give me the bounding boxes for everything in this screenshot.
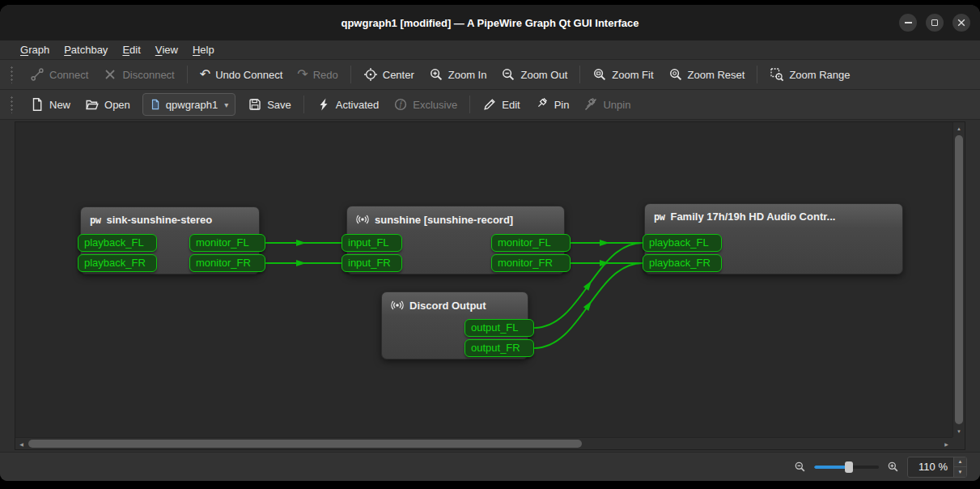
svg-text:f: f (400, 100, 403, 108)
port-playback-fr[interactable]: playback_FR (78, 254, 157, 272)
open-folder-icon (85, 97, 100, 112)
toolbar-separator (187, 66, 188, 83)
menu-view[interactable]: View (148, 40, 185, 59)
port-output-fl[interactable]: output_FL (465, 319, 534, 337)
center-button[interactable]: Center (356, 63, 422, 86)
horizontal-scrollbar[interactable]: ◀ ▶ (15, 437, 952, 449)
spin-down-button[interactable]: ▼ (954, 466, 966, 477)
save-icon (248, 97, 262, 112)
record-icon (356, 213, 369, 226)
node-title: sunshine [sunshine-record] (356, 213, 513, 226)
connections-layer (15, 122, 954, 439)
activated-lightning-icon (316, 97, 331, 112)
zoom-spinbox[interactable]: 110 % ▲ ▼ (907, 457, 967, 478)
unpin-icon (583, 97, 598, 112)
save-button[interactable]: Save (240, 93, 299, 116)
open-button[interactable]: Open (78, 93, 138, 116)
maximize-button[interactable] (926, 14, 944, 32)
menu-edit[interactable]: Edit (115, 40, 147, 59)
statusbar: 110 % ▲ ▼ (0, 452, 980, 481)
menu-patchbay[interactable]: Patchbay (57, 40, 115, 59)
toolbar-separator (579, 66, 580, 83)
pin-button[interactable]: Pin (528, 93, 577, 116)
vertical-scrollbar-thumb[interactable] (955, 135, 963, 424)
new-button[interactable]: New (23, 93, 78, 116)
new-file-icon (30, 97, 45, 112)
zoom-out-button[interactable]: Zoom Out (494, 63, 575, 86)
zoom-out-icon[interactable] (794, 461, 806, 473)
exclusive-icon: f (393, 97, 408, 112)
center-icon (363, 67, 378, 82)
window-title: qpwgraph1 [modified] — A PipeWire Graph … (341, 17, 638, 29)
toolbar-patchbay: New Open qpwgraph1 ▾ Save Activated f Ex… (0, 90, 980, 120)
vertical-scrollbar[interactable]: ▲ ▼ (952, 122, 965, 437)
toolbar-handle[interactable] (10, 96, 15, 113)
connect-button[interactable]: Connect (23, 63, 95, 86)
menu-help[interactable]: Help (185, 40, 222, 59)
pin-icon (535, 97, 549, 112)
zoom-in-button[interactable]: Zoom In (422, 63, 494, 86)
record-icon (391, 299, 404, 312)
port-playback-fr[interactable]: playback_FR (643, 254, 722, 272)
zoom-reset-icon (668, 67, 683, 82)
scroll-right-arrow-icon[interactable]: ▶ (940, 438, 952, 449)
zoom-out-icon (501, 67, 515, 82)
disconnect-icon (103, 67, 117, 82)
port-monitor-fl[interactable]: monitor_FL (491, 234, 571, 252)
redo-icon: ↷ (297, 68, 308, 81)
scroll-up-arrow-icon[interactable]: ▲ (953, 122, 965, 134)
patchbay-file-icon (150, 99, 161, 110)
port-monitor-fr[interactable]: monitor_FR (189, 254, 265, 272)
app-window: qpwgraph1 [modified] — A PipeWire Graph … (0, 5, 980, 481)
patchbay-combo[interactable]: qpwgraph1 ▾ (142, 93, 235, 116)
redo-button[interactable]: ↷ Redo (290, 63, 345, 86)
port-output-fr[interactable]: output_FR (465, 339, 534, 357)
connect-icon (30, 67, 45, 82)
minimize-button[interactable] (899, 14, 917, 32)
graph-canvas-frame: pw sink-sunshine-stereo playback_FL play… (15, 121, 965, 450)
port-playback-fl[interactable]: playback_FL (643, 234, 722, 252)
zoom-in-icon (429, 67, 443, 82)
pipewire-icon: pw (654, 211, 664, 223)
horizontal-scrollbar-thumb[interactable] (28, 440, 582, 448)
exclusive-button[interactable]: f Exclusive (386, 93, 465, 116)
zoom-slider-handle[interactable] (845, 461, 853, 473)
node-title: Discord Output (391, 299, 486, 312)
port-monitor-fl[interactable]: monitor_FL (189, 234, 265, 252)
port-monitor-fr[interactable]: monitor_FR (491, 254, 571, 272)
close-button[interactable] (952, 14, 970, 32)
toolbar-separator (757, 66, 757, 83)
zoom-fit-icon (592, 67, 607, 82)
disconnect-button[interactable]: Disconnect (95, 63, 181, 86)
chevron-down-icon: ▾ (224, 100, 228, 109)
close-icon (957, 19, 965, 27)
zoom-in-icon[interactable] (887, 461, 899, 473)
zoom-value[interactable]: 110 % (908, 461, 953, 473)
wire-arrowhead (296, 260, 306, 266)
menubar: Graph Patchbay Edit View Help (0, 40, 980, 60)
toolbar-handle[interactable] (10, 66, 15, 83)
titlebar[interactable]: qpwgraph1 [modified] — A PipeWire Graph … (0, 5, 980, 41)
wire-arrowhead (600, 240, 609, 246)
edit-button[interactable]: Edit (475, 93, 527, 116)
unpin-button[interactable]: Unpin (576, 93, 638, 116)
zoom-fit-button[interactable]: Zoom Fit (585, 63, 660, 86)
node-title: pw Family 17h/19h HD Audio Contr... (654, 210, 835, 223)
zoom-range-button[interactable]: Zoom Range (762, 63, 857, 86)
spin-up-button[interactable]: ▲ (954, 457, 966, 467)
minimize-icon (905, 22, 912, 23)
undo-connect-button[interactable]: ↶ Undo Connect (193, 63, 291, 86)
scroll-down-arrow-icon[interactable]: ▼ (953, 425, 965, 437)
port-input-fr[interactable]: input_FR (342, 254, 402, 272)
graph-canvas[interactable]: pw sink-sunshine-stereo playback_FL play… (15, 122, 954, 439)
zoom-reset-button[interactable]: Zoom Reset (661, 63, 753, 86)
menu-graph[interactable]: Graph (13, 40, 57, 59)
port-input-fl[interactable]: input_FL (342, 234, 402, 252)
zoom-range-icon (770, 67, 784, 82)
port-playback-fl[interactable]: playback_FL (78, 234, 157, 252)
undo-icon: ↶ (200, 68, 210, 81)
scroll-left-arrow-icon[interactable]: ◀ (15, 438, 28, 449)
maximize-icon (931, 19, 938, 26)
activated-button[interactable]: Activated (309, 93, 386, 116)
zoom-slider[interactable] (814, 461, 879, 474)
